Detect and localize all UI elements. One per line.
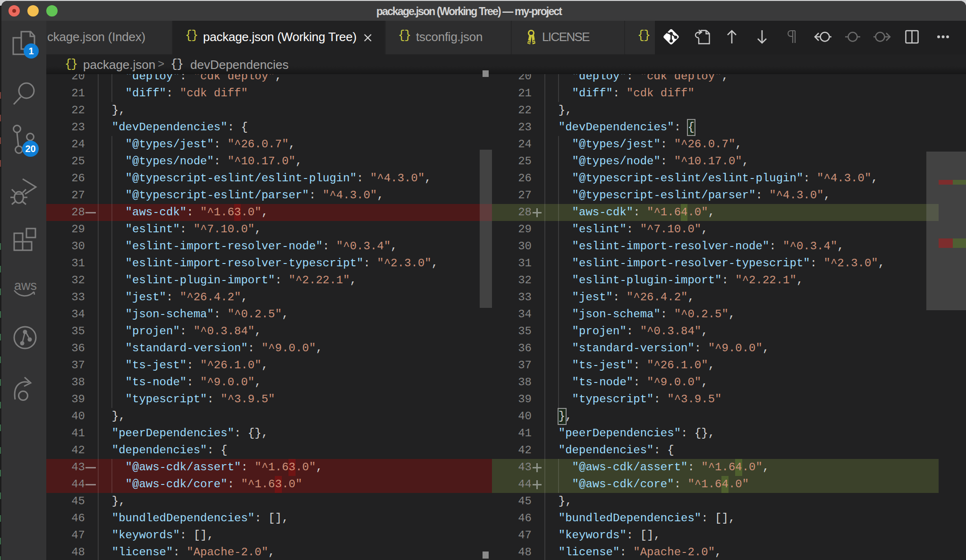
svg-text:aws: aws [14, 279, 37, 293]
